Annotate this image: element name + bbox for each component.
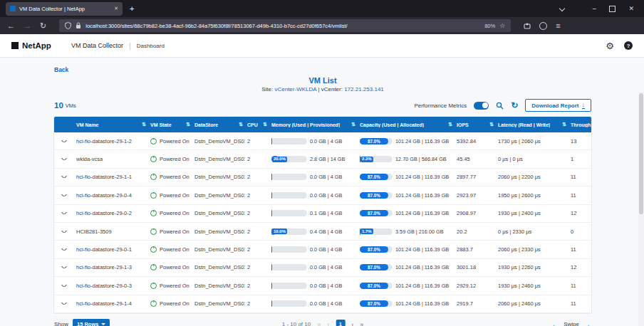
- column-header[interactable]: DataStore⇅: [192, 122, 245, 127]
- new-tab-button[interactable]: +: [130, 4, 134, 13]
- vcenter-link[interactable]: 172.21.253.141: [344, 86, 384, 93]
- browser-toolbar: ← → ↻ localhost:3000/sites/68c79b82-be38…: [0, 17, 644, 34]
- next-page-button[interactable]: ›: [351, 321, 353, 326]
- vm-state-cell: Powered On: [148, 283, 192, 289]
- current-page[interactable]: 1: [336, 320, 345, 326]
- rows-per-page-select[interactable]: 15 Rows: [73, 319, 110, 326]
- datastore-cell: Dstn_DemoVM_DS01: [192, 174, 245, 180]
- expand-row-icon[interactable]: [61, 266, 67, 268]
- swipe-left-icon[interactable]: ←: [551, 320, 560, 326]
- page-content: Back VM List Site: vCenter-WKLDA | vCent…: [0, 58, 644, 326]
- help-icon[interactable]: ?: [624, 41, 633, 50]
- usage-bar: 87.0%: [360, 264, 393, 270]
- memory-cell: 20.0%2.8 GB | 14 GB: [269, 156, 358, 162]
- datastore-cell: Dstn_DemoVM_DS01: [192, 192, 245, 199]
- site-label: Site:: [261, 86, 273, 93]
- table-row[interactable]: hci-fio-datastore-29-0-2 Powered On Dstn…: [54, 205, 591, 223]
- usage-bar: 87.0%: [360, 283, 393, 289]
- netapp-logo[interactable]: NetApp: [11, 41, 51, 50]
- extensions-icon[interactable]: [524, 22, 531, 29]
- sort-icon[interactable]: ⇅: [562, 122, 566, 127]
- table-row[interactable]: hci-fio-datastore-29-1-2 Powered On Dstn…: [54, 132, 591, 150]
- table-row[interactable]: hci-fio-datastore-29-1-3 Powered On Dstn…: [54, 259, 591, 277]
- column-header[interactable]: CPU⇅: [245, 122, 269, 127]
- cpu-cell: 2: [245, 228, 269, 235]
- settings-gear-icon[interactable]: ⚙: [606, 41, 614, 51]
- column-header[interactable]: VM State⇅: [148, 122, 192, 127]
- page-scrollbar[interactable]: [638, 92, 644, 326]
- expand-row-icon[interactable]: [61, 158, 67, 160]
- power-on-icon: [150, 300, 157, 307]
- rows-per-page-value: 15 Rows: [77, 321, 98, 326]
- search-icon[interactable]: [496, 102, 504, 110]
- lock-icon[interactable]: [76, 22, 81, 29]
- tab-close-icon[interactable]: ✕: [114, 6, 118, 11]
- expand-row-icon[interactable]: [61, 248, 67, 251]
- usage-bar: 87.0%: [360, 210, 393, 216]
- performance-metrics-label: Performance Metrics: [414, 102, 467, 109]
- column-header[interactable]: Capacity (Used | Allocated)⇅: [358, 122, 455, 127]
- zoom-level[interactable]: 80%: [484, 23, 495, 29]
- list-tabs-chevron-icon[interactable]: [559, 6, 564, 11]
- close-window-button[interactable]: ✕: [628, 5, 634, 12]
- bookmark-star-icon[interactable]: ☆: [499, 22, 505, 29]
- prev-page-button[interactable]: ‹: [327, 321, 329, 326]
- column-header[interactable]: IOPS⇅: [455, 122, 496, 127]
- sort-icon[interactable]: ⇅: [239, 122, 243, 127]
- sort-icon[interactable]: ⇅: [186, 122, 190, 127]
- sort-icon[interactable]: ⇅: [489, 122, 494, 127]
- first-page-button[interactable]: «: [317, 321, 321, 326]
- table-footer: Show 15 Rows 1 - 10 of 10 « ‹ 1 › » ← Sw…: [54, 319, 591, 326]
- expand-row-icon[interactable]: [61, 212, 67, 214]
- expand-row-icon[interactable]: [61, 194, 67, 196]
- download-report-button[interactable]: Download Report ↓: [525, 99, 591, 112]
- address-bar[interactable]: localhost:3000/sites/68c79b82-be38-4acf-…: [59, 19, 511, 32]
- sort-icon[interactable]: ⇅: [351, 122, 355, 127]
- table-row[interactable]: hci-fio-datastore-29-1-1 Powered On Dstn…: [54, 169, 591, 186]
- vm-state-cell: Powered On: [148, 228, 192, 235]
- scrollbar-thumb[interactable]: [639, 93, 643, 214]
- column-header[interactable]: Throughput⇅: [568, 122, 591, 127]
- back-link[interactable]: Back: [54, 58, 68, 73]
- expand-row-icon[interactable]: [61, 303, 67, 305]
- site-link[interactable]: vCenter-WKLDA: [274, 86, 316, 93]
- nav-dashboard[interactable]: Dashboard: [137, 43, 165, 49]
- last-page-button[interactable]: »: [360, 321, 363, 326]
- performance-metrics-toggle[interactable]: [474, 102, 489, 110]
- usage-bar: [271, 283, 307, 289]
- back-nav-button[interactable]: ←: [7, 22, 15, 30]
- table-row[interactable]: wklda-vcsa Powered On Dstn_DemoVM_DS01 2…: [54, 150, 591, 168]
- expand-row-icon[interactable]: [61, 140, 67, 142]
- column-header[interactable]: VM Name⇅: [74, 122, 148, 127]
- pagination-range: 1 - 10 of 10: [282, 321, 311, 326]
- swipe-right-icon[interactable]: →: [583, 320, 591, 326]
- reload-button[interactable]: ↻: [40, 22, 46, 30]
- column-header[interactable]: Memory (Used | Provisioned)⇅: [269, 122, 358, 127]
- expand-row-icon[interactable]: [61, 176, 67, 178]
- vm-name-cell: hci-fio-datastore-29-0-1: [74, 246, 148, 253]
- capacity-cell: 87.0%101.24 GB | 116.39 GB: [358, 138, 455, 144]
- account-icon[interactable]: [539, 22, 547, 30]
- latency-cell: 2060 μs | 2460 μs: [496, 300, 568, 307]
- sort-icon[interactable]: ⇅: [142, 122, 146, 127]
- table-row[interactable]: hci-fio-datastore-29-0-3 Powered On Dstn…: [54, 277, 591, 295]
- minimize-button[interactable]: −: [593, 5, 597, 13]
- menu-icon[interactable]: ≡: [556, 22, 560, 30]
- memory-cell: 0.0 GB | 4 GB: [269, 264, 358, 270]
- expand-row-icon[interactable]: [61, 231, 67, 233]
- refresh-icon[interactable]: ↻: [511, 101, 518, 110]
- maximize-button[interactable]: [609, 6, 616, 12]
- throughput-cell: 1: [568, 156, 591, 162]
- table-row[interactable]: HCIB281-3509 Powered On Dstn_DemoVM_DS01…: [54, 223, 591, 241]
- table-row[interactable]: hci-fio-datastore-29-0-1 Powered On Dstn…: [54, 241, 591, 258]
- url-text[interactable]: localhost:3000/sites/68c79b82-be38-4acf-…: [85, 23, 480, 29]
- browser-tab[interactable]: VM Data Collector | NetApp ✕: [6, 2, 123, 16]
- vm-name-cell: hci-fio-datastore-29-1-2: [74, 138, 148, 144]
- table-row[interactable]: hci-fio-datastore-29-1-4 Powered On Dstn…: [54, 295, 591, 313]
- shield-icon[interactable]: [65, 22, 71, 29]
- sort-icon[interactable]: ⇅: [263, 122, 267, 127]
- sort-icon[interactable]: ⇅: [448, 122, 452, 127]
- expand-row-icon[interactable]: [61, 285, 67, 287]
- column-header[interactable]: Latency (Read | Write)⇅: [496, 122, 568, 127]
- table-row[interactable]: hci-fio-datastore-29-0-4 Powered On Dstn…: [54, 186, 591, 204]
